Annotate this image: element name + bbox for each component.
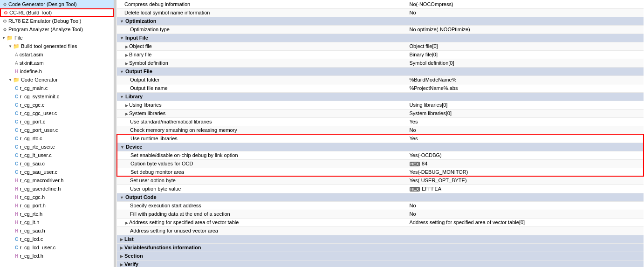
tree-item-r-cg-lcd-user-c[interactable]: Cr_cg_lcd_user.c xyxy=(0,243,114,252)
tree-item-cstart-asm[interactable]: Acstart.asm xyxy=(0,50,114,59)
prop-row: ▶System librariesSystem libraries[0] xyxy=(117,109,644,117)
tree-item-rl78-ez[interactable]: ⚙RL78 EZ Emulator (Debug Tool) xyxy=(0,17,114,25)
prop-value: Yes xyxy=(410,136,418,141)
prop-label: Option byte values for OCD xyxy=(126,161,193,166)
expand-icon[interactable]: ▼ xyxy=(8,44,12,48)
prop-row[interactable]: ▼Device xyxy=(117,143,644,151)
tree-item-r-cg-macrodriver-h[interactable]: Hr_cg_macrodriver.h xyxy=(0,176,114,185)
tree-item-r-cg-lcd-h[interactable]: Hr_cg_lcd.h xyxy=(0,252,114,260)
left-panel[interactable]: ⚙Code Generator (Design Tool)⚙CC-RL (Bui… xyxy=(0,0,114,267)
prop-value: %BuildModeName% xyxy=(410,77,457,82)
tree-label: r_cg_port_user.c xyxy=(20,127,58,133)
tree-item-r-cg-port-user-c[interactable]: Cr_cg_port_user.c xyxy=(0,126,114,134)
tree-label: r_cg_sau.h xyxy=(20,228,45,233)
tree-label: r_cg_port.c xyxy=(20,119,45,124)
prop-value: Using libraries[0] xyxy=(410,102,448,108)
prop-value: EFFFEA xyxy=(422,186,441,192)
prop-label: Address setting for unused vector area xyxy=(125,228,218,233)
tree-label: Program Analyzer (Analyze Tool) xyxy=(8,27,83,32)
tree-label: CC-RL (Build Tool) xyxy=(9,10,52,15)
prop-row[interactable]: ▼Output File xyxy=(117,67,644,75)
tree-item-build-gen-files[interactable]: ▼📁Build tool generated files xyxy=(0,42,114,50)
tree-item-r-cg-sau-c[interactable]: Cr_cg_sau.c xyxy=(0,159,114,168)
tree-item-code-generator[interactable]: ▼📁Code Generator xyxy=(0,75,114,84)
tree-label: r_cg_sau.c xyxy=(20,161,45,166)
section-label: Variables/functions information xyxy=(124,245,201,250)
prop-row[interactable]: ▶Section xyxy=(117,252,644,260)
prop-value: No xyxy=(410,127,416,133)
tree-item-r-cg-sau-user-c[interactable]: Cr_cg_sau_user.c xyxy=(0,168,114,176)
prop-row[interactable]: ▼Output Code xyxy=(117,193,644,201)
prop-row[interactable]: ▶Variables/functions information xyxy=(117,243,644,252)
prop-value: Symbol definition[0] xyxy=(410,60,454,66)
prop-label: User option byte value xyxy=(125,186,181,192)
expand-icon[interactable]: ▼ xyxy=(2,36,6,40)
prop-row: Use standard/mathematical librariesYes xyxy=(117,117,644,126)
prop-label: Fill with padding data at the end of a s… xyxy=(125,211,230,217)
prop-label: Output file name xyxy=(125,85,168,91)
tree-item-program-analyzer[interactable]: ⚙Program Analyzer (Analyze Tool) xyxy=(0,25,114,34)
prop-value: No xyxy=(410,10,416,15)
prop-row: Output file name%ProjectName%.abs xyxy=(117,84,644,92)
tree-item-r-cg-port-h[interactable]: Hr_cg_port.h xyxy=(0,201,114,210)
tree-item-r-cg-systeminit-c[interactable]: Cr_cg_systeminit.c xyxy=(0,92,114,101)
tree-item-iodefine-h[interactable]: Hiodefine.h xyxy=(0,67,114,75)
prop-value: No xyxy=(410,203,416,208)
tree-label: r_cg_port.h xyxy=(20,203,46,208)
tree-label: r_cg_lcd_user.c xyxy=(20,245,55,250)
prop-label: Specify execution start address xyxy=(125,203,201,208)
tree-label: r_cg_it.h xyxy=(20,219,39,225)
tree-item-stkinit-asm[interactable]: Astkinit.asm xyxy=(0,59,114,67)
tree-label: Code Generator (Design Tool) xyxy=(8,1,77,7)
prop-row[interactable]: ▶Verify xyxy=(117,260,644,267)
tree-item-r-cg-port-c[interactable]: Cr_cg_port.c xyxy=(0,117,114,126)
prop-row: Option byte values for OCDHEX84 xyxy=(117,159,644,168)
prop-label: System libraries xyxy=(129,110,165,116)
tree-item-r-cg-main-c[interactable]: Cr_cg_main.c xyxy=(0,84,114,92)
tree-item-code-gen-design[interactable]: ⚙Code Generator (Design Tool) xyxy=(0,0,114,8)
tree-item-r-cg-it-h[interactable]: Hr_cg_it.h xyxy=(0,218,114,226)
prop-label: Check memory smashing on releasing memor… xyxy=(125,127,237,133)
tree-item-r-cg-rtc-user-c[interactable]: Cr_cg_rtc_user.c xyxy=(0,143,114,151)
tree-item-r-cg-cgc-user-c[interactable]: Cr_cg_cgc_user.c xyxy=(0,109,114,117)
tree-item-r-cg-rtc-c[interactable]: Cr_cg_rtc.c xyxy=(0,134,114,143)
prop-label: Use standard/mathematical libraries xyxy=(125,119,212,124)
prop-row[interactable]: ▼Library xyxy=(117,92,644,101)
tree-item-file[interactable]: ▼📁File xyxy=(0,34,114,42)
tree-item-r-cg-cgc-c[interactable]: Cr_cg_cgc.c xyxy=(0,101,114,109)
tree-item-r-cg-userdefine-h[interactable]: Hr_cg_userdefine.h xyxy=(0,185,114,193)
tree-item-cc-rl-build[interactable]: ⚙CC-RL (Build Tool) xyxy=(0,8,114,17)
tree-item-r-cg-lcd-c[interactable]: Cr_cg_lcd.c xyxy=(0,235,114,243)
tree-item-r-cg-sau-h[interactable]: Hr_cg_sau.h xyxy=(0,226,114,235)
expand-icon[interactable]: ▼ xyxy=(8,78,12,82)
prop-value: Object file[0] xyxy=(410,43,438,49)
prop-value: No optimize(-NOOPtimize) xyxy=(410,27,470,32)
prop-row: Address setting for unused vector area xyxy=(117,226,644,235)
prop-row[interactable]: ▼Optimization xyxy=(117,17,644,25)
prop-row[interactable]: ▼Input File xyxy=(117,34,644,42)
prop-row: Set user option byteYes(-USER_OPT_BYTE) xyxy=(117,176,644,185)
prop-value: System libraries[0] xyxy=(410,110,452,116)
prop-row: ▶Address setting for specified area of v… xyxy=(117,218,644,226)
tree-label: r_cg_systeminit.c xyxy=(20,94,59,99)
property-table: Compress debug informationNo(-NOCOmpress… xyxy=(116,0,644,267)
tree-label: r_cg_sau_user.c xyxy=(20,169,57,175)
prop-row[interactable]: ▶List xyxy=(117,235,644,243)
section-label: Output Code xyxy=(125,194,157,200)
prop-row: Compress debug informationNo(-NOCOmpress… xyxy=(117,0,644,8)
prop-label: Set debug monitor area xyxy=(126,169,184,175)
tree-item-r-cg-cgc-h[interactable]: Hr_cg_cgc.h xyxy=(0,193,114,201)
tree-label: r_cg_userdefine.h xyxy=(20,186,61,192)
prop-label: Address setting for specified area of ve… xyxy=(129,219,239,225)
right-panel: Compress debug informationNo(-NOCOmpress… xyxy=(116,0,644,267)
tree-label: r_cg_rtc.c xyxy=(20,136,42,141)
prop-row: Output folder%BuildModeName% xyxy=(117,75,644,84)
prop-value: Yes xyxy=(410,119,418,124)
hex-badge: HEX xyxy=(410,187,420,192)
prop-row: Check memory smashing on releasing memor… xyxy=(117,126,644,134)
prop-row: Fill with padding data at the end of a s… xyxy=(117,210,644,218)
tree-item-r-cg-it-user-c[interactable]: Cr_cg_it_user.c xyxy=(0,151,114,159)
tree-item-r-cg-rtc-h[interactable]: Hr_cg_rtc.h xyxy=(0,210,114,218)
tree-label: r_cg_rtc_user.c xyxy=(20,144,55,150)
tree-label: File xyxy=(14,35,23,41)
